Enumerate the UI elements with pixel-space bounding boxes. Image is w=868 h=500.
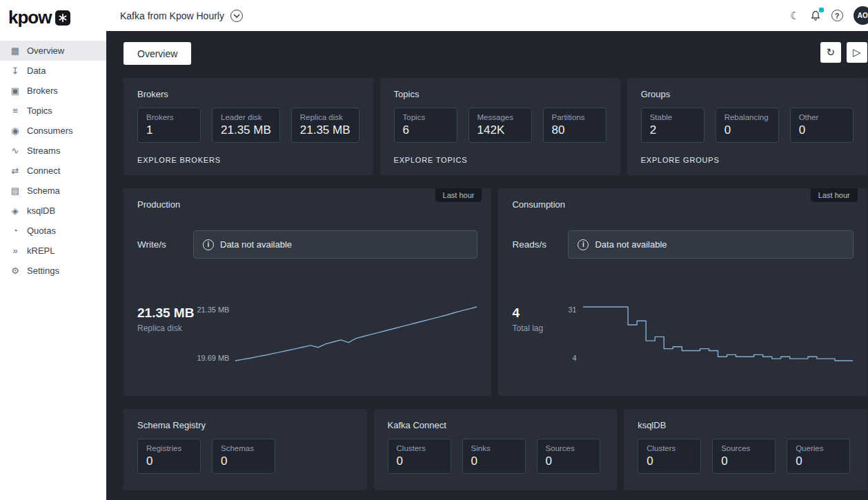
sidebar-item-brokers[interactable]: ▣ Brokers (0, 81, 106, 101)
sidebar-item-label: Settings (27, 266, 59, 276)
info-icon: i (203, 239, 214, 250)
brokers-card: Brokers Brokers 1 Leader disk 21.35 MB R… (124, 78, 373, 175)
card-title: Topics (394, 89, 606, 99)
stat-tile-sinks: Sinks 0 (462, 439, 526, 474)
sidebar-item-consumers[interactable]: ◉ Consumers (0, 121, 106, 141)
ksqldb-card: ksqlDB Clusters 0 Sources 0 Queries 0 (624, 409, 867, 490)
help-icon[interactable]: ? (831, 10, 843, 21)
stat-tile-schemas: Schemas 0 (212, 439, 275, 474)
charts-row: Last hour Production Write/s i Data not … (124, 188, 867, 396)
production-sparkline (235, 306, 477, 362)
sidebar-nav: ▦ Overview ↧ Data ▣ Brokers ≡ Topics ◉ C… (0, 34, 106, 281)
topics-icon: ≡ (10, 106, 21, 116)
sidebar-item-schema[interactable]: ▤ Schema (0, 181, 106, 201)
overview-tab-button[interactable]: Overview (124, 42, 191, 65)
production-big-stat: 21.35 MB Replica disk (137, 306, 197, 333)
refresh-button[interactable]: ↻ (820, 42, 841, 63)
stat-tile-connect-clusters: Clusters 0 (388, 439, 451, 474)
kafka-connect-card: Kafka Connect Clusters 0 Sinks 0 Sources (374, 409, 618, 490)
stat-tile-topics: Topics 6 (394, 108, 457, 143)
sidebar-item-quotas[interactable]: ◔ Quotas (0, 221, 106, 241)
sidebar-item-overview[interactable]: ▦ Overview (0, 41, 106, 61)
sidebar-item-krepl[interactable]: » kREPL (0, 241, 106, 261)
consumption-big-stat: 4 Total lag (512, 306, 568, 333)
sidebar-item-label: Streams (27, 146, 60, 156)
card-title: Consumption (512, 199, 853, 210)
app-root: kpow ▦ Overview ↧ Data ▣ Brokers ≡ Topic… (0, 0, 868, 500)
stat-tile-replica-disk: Replica disk 21.35 MB (291, 108, 359, 143)
chevron-down-icon (230, 10, 243, 22)
kpow-logo: kpow (0, 0, 106, 34)
stat-tile-brokers: Brokers 1 (137, 108, 201, 143)
stat-tile-queries: Queries 0 (787, 439, 850, 474)
environment-selector[interactable]: Kafka from Kpow Hourly (120, 10, 243, 22)
kpow-logo-mark-icon (55, 10, 70, 26)
sidebar-item-label: Consumers (27, 126, 72, 136)
explore-topics-link[interactable]: EXPLORE TOPICS (394, 156, 468, 164)
stat-tile-rebalancing: Rebalancing 0 (716, 108, 779, 143)
sidebar-item-topics[interactable]: ≡ Topics (0, 101, 106, 121)
data-icon: ↧ (10, 66, 21, 76)
writes-rate-label: Write/s (137, 239, 193, 250)
explore-brokers-link[interactable]: EXPLORE BROKERS (137, 156, 221, 164)
schema-icon: ▤ (10, 186, 21, 196)
topics-card: Topics Topics 6 Messages 142K Partitions (380, 78, 620, 175)
sidebar-item-streams[interactable]: ∿ Streams (0, 141, 106, 161)
consumption-sparkline (582, 306, 854, 362)
production-card: Last hour Production Write/s i Data not … (124, 188, 491, 396)
summary-cards-row: Brokers Brokers 1 Leader disk 21.35 MB R… (124, 78, 867, 175)
stat-tile-registries: Registries 0 (137, 439, 201, 474)
data-not-available-alert: i Data not available (193, 230, 477, 259)
kpow-logo-text: kpow (8, 7, 51, 28)
dark-mode-moon-icon[interactable]: ☾ (790, 10, 799, 22)
sidebar-item-label: Data (27, 66, 46, 76)
last-hour-badge: Last hour (811, 188, 858, 202)
production-y-axis: 21.35 MB 19.69 MB (197, 306, 229, 362)
sidebar-item-connect[interactable]: ⇄ Connect (0, 161, 106, 181)
sidebar-item-ksqldb[interactable]: ◈ ksqlDB (0, 201, 106, 221)
explore-groups-link[interactable]: EXPLORE GROUPS (641, 156, 720, 164)
topbar: Kafka from Kpow Hourly ☾ ? AO (106, 0, 868, 31)
notifications-bell-icon[interactable] (810, 10, 821, 21)
ksqldb-icon: ◈ (10, 206, 21, 216)
view-actions: ↻ ▷ (820, 42, 867, 63)
sidebar-item-label: kREPL (27, 246, 55, 256)
stat-tile-other: Other 0 (790, 108, 854, 143)
connect-icon: ⇄ (10, 166, 21, 176)
consumption-card: Last hour Consumption Reads/s i Data not… (498, 188, 867, 396)
stat-tile-messages: Messages 142K (468, 108, 532, 143)
schema-registry-card: Schema Registry Registries 0 Schemas 0 (124, 409, 367, 490)
play-button[interactable]: ▷ (847, 42, 867, 63)
sidebar-item-label: Schema (27, 186, 60, 196)
user-avatar[interactable]: AO (854, 6, 868, 25)
sidebar-item-label: Topics (27, 106, 52, 116)
card-title: ksqlDB (638, 420, 854, 430)
sidebar: kpow ▦ Overview ↧ Data ▣ Brokers ≡ Topic… (0, 0, 106, 500)
settings-icon: ⚙ (10, 266, 21, 276)
stat-tile-ksqldb-sources: Sources 0 (712, 439, 776, 474)
sidebar-item-settings[interactable]: ⚙ Settings (0, 261, 106, 281)
consumption-y-axis: 31 4 (568, 306, 576, 362)
krepl-icon: » (10, 246, 21, 256)
streams-icon: ∿ (10, 146, 21, 156)
consumers-icon: ◉ (10, 126, 21, 136)
sidebar-item-data[interactable]: ↧ Data (0, 61, 106, 81)
overview-icon: ▦ (10, 46, 21, 56)
services-cards-row: Schema Registry Registries 0 Schemas 0 K… (124, 409, 867, 490)
sidebar-item-label: Overview (27, 46, 64, 56)
data-not-available-alert: i Data not available (568, 230, 853, 259)
last-hour-badge: Last hour (435, 188, 482, 202)
stat-tile-connect-sources: Sources 0 (537, 439, 600, 474)
sidebar-item-label: ksqlDB (27, 206, 55, 216)
stat-tile-leader-disk: Leader disk 21.35 MB (212, 108, 280, 143)
stat-tile-partitions: Partitions 80 (543, 108, 606, 143)
card-title: Production (137, 199, 477, 210)
content-toolbar: Overview ↻ ▷ (124, 42, 867, 65)
reads-rate-label: Reads/s (512, 239, 568, 250)
brokers-icon: ▣ (10, 86, 21, 96)
groups-card: Groups Stable 2 Rebalancing 0 Other 0 (627, 78, 867, 175)
main-column: Kafka from Kpow Hourly ☾ ? AO Overview ↻ (106, 0, 868, 500)
environment-label: Kafka from Kpow Hourly (120, 10, 224, 21)
card-title: Kafka Connect (388, 420, 604, 430)
notification-dot (819, 8, 824, 12)
